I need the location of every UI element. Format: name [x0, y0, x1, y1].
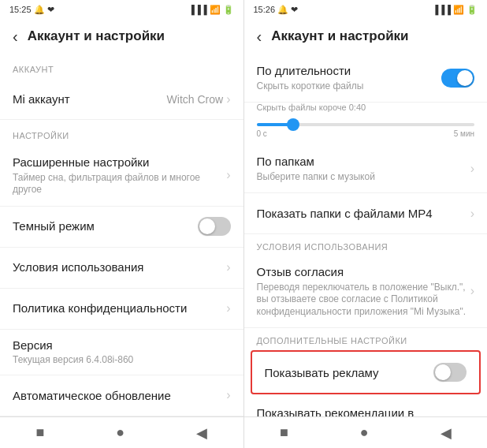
- advanced-settings-title: Расширенные настройки: [13, 155, 226, 170]
- left-bottom-nav: ■ ● ◀: [0, 416, 244, 448]
- right-signal-icon: ▐▐▐: [433, 5, 451, 14]
- show-recommendations-item[interactable]: Показывать рекомендации в интернете во в…: [244, 396, 488, 416]
- auto-update-chevron: ›: [226, 388, 230, 402]
- additional-label: ДОПОЛНИТЕЛЬНЫЕ НАСТРОЙКИ: [244, 328, 488, 349]
- duration-slider-fill: [257, 123, 289, 126]
- feedback-content: Отзыв согласия Переводя переключатель в …: [257, 264, 470, 318]
- terms-title: Условия использования: [13, 259, 226, 275]
- slider-label: Скрыть файлы короче 0:40: [244, 103, 488, 117]
- dark-mode-title: Темный режим: [13, 218, 198, 234]
- by-duration-subtitle: Скрыть короткие файлы: [257, 80, 442, 93]
- right-nav-circle[interactable]: ●: [360, 424, 369, 441]
- left-nav-circle[interactable]: ●: [116, 424, 125, 441]
- left-wifi-icon: 📶: [210, 5, 221, 15]
- mi-account-right: Witch Crow ›: [167, 92, 231, 106]
- left-page-title: Аккаунт и настройки: [28, 28, 165, 44]
- left-content: АККАУНТ Mi аккаунт Witch Crow › НАСТРОЙК…: [0, 54, 244, 416]
- right-page-title: Аккаунт и настройки: [271, 28, 408, 44]
- by-folders-content: По папкам Выберите папки с музыкой: [257, 154, 470, 183]
- show-ads-highlighted: Показывать рекламу: [251, 350, 481, 394]
- right-battery-icon: 🔋: [467, 5, 478, 15]
- by-duration-toggle[interactable]: [441, 69, 474, 88]
- advanced-settings-chevron: ›: [226, 168, 230, 182]
- account-section-label: АККАУНТ: [0, 54, 244, 79]
- feedback-subtitle: Переводя переключатель в положение "Выкл…: [257, 282, 470, 319]
- show-ads-toggle[interactable]: [433, 363, 467, 382]
- left-status-right: ▐▐▐ 📶 🔋: [188, 5, 233, 15]
- right-top-bar: ‹ Аккаунт и настройки: [244, 19, 488, 54]
- by-duration-content: По длительности Скрыть короткие файлы: [257, 63, 442, 92]
- feedback-item[interactable]: Отзыв согласия Переводя переключатель в …: [244, 255, 488, 328]
- mi-account-title: Mi аккаунт: [13, 91, 167, 107]
- left-status-left: 15:25 🔔 ❤: [9, 5, 54, 15]
- left-status-bar: 15:25 🔔 ❤ ▐▐▐ 📶 🔋: [0, 0, 244, 19]
- right-back-button[interactable]: ‹: [257, 28, 262, 46]
- show-mp4-item[interactable]: Показать папки с файлами MP4 ›: [244, 193, 488, 234]
- terms-item[interactable]: Условия использования ›: [0, 248, 244, 289]
- auto-update-item[interactable]: Автоматическое обновление ›: [0, 375, 244, 416]
- version-subtitle: Текущая версия 6.4.08i-860: [13, 354, 231, 367]
- right-nav-square[interactable]: ■: [280, 424, 288, 441]
- left-battery-icon: 🔋: [223, 5, 234, 15]
- right-status-icons: 🔔 ❤: [277, 5, 298, 15]
- show-recommendations-title: Показывать рекомендации в интернете во в…: [257, 405, 442, 416]
- duration-slider-container: 0 с 5 мин: [244, 117, 488, 144]
- by-folders-item[interactable]: По папкам Выберите папки с музыкой ›: [244, 144, 488, 193]
- right-content: По длительности Скрыть короткие файлы Ск…: [244, 54, 488, 416]
- show-ads-title: Показывать рекламу: [265, 365, 434, 381]
- left-nav-triangle[interactable]: ◀: [196, 424, 207, 442]
- slider-max: 5 мин: [454, 129, 474, 138]
- mi-account-user: Witch Crow: [167, 93, 224, 106]
- conditions-label: УСЛОВИЯ ИСПОЛЬЗОВАНИЯ: [244, 234, 488, 255]
- right-wifi-icon: 📶: [453, 5, 464, 15]
- advanced-settings-subtitle: Таймер сна, фильтрация файлов и многое д…: [13, 172, 226, 196]
- version-item: Версия Текущая версия 6.4.08i-860: [0, 330, 244, 375]
- right-status-left: 15:26 🔔 ❤: [254, 5, 299, 15]
- left-signal-icon: ▐▐▐: [188, 5, 206, 14]
- right-time: 15:26: [254, 5, 276, 14]
- right-nav-triangle[interactable]: ◀: [441, 424, 452, 442]
- show-ads-content: Показывать рекламу: [265, 365, 434, 381]
- slider-min: 0 с: [257, 129, 267, 138]
- right-bottom-nav: ■ ● ◀: [244, 416, 488, 448]
- terms-content: Условия использования: [13, 259, 226, 275]
- privacy-chevron: ›: [226, 301, 230, 315]
- show-mp4-title: Показать папки с файлами MP4: [257, 206, 470, 222]
- show-ads-item[interactable]: Показывать рекламу: [252, 352, 480, 393]
- left-back-button[interactable]: ‹: [13, 28, 18, 46]
- terms-chevron: ›: [226, 260, 230, 274]
- privacy-title: Политика конфиденциальности: [13, 301, 226, 316]
- left-top-bar: ‹ Аккаунт и настройки: [0, 19, 244, 54]
- feedback-chevron: ›: [470, 284, 474, 298]
- right-status-bar: 15:26 🔔 ❤ ▐▐▐ 📶 🔋: [244, 0, 488, 19]
- advanced-settings-item[interactable]: Расширенные настройки Таймер сна, фильтр…: [0, 145, 244, 207]
- duration-slider-track[interactable]: [257, 123, 475, 126]
- mi-account-item[interactable]: Mi аккаунт Witch Crow ›: [0, 79, 244, 120]
- mi-account-chevron: ›: [226, 92, 230, 106]
- advanced-settings-content: Расширенные настройки Таймер сна, фильтр…: [13, 155, 226, 196]
- settings-section-label: НАСТРОЙКИ: [0, 120, 244, 145]
- duration-slider-labels: 0 с 5 мин: [257, 129, 475, 138]
- privacy-content: Политика конфиденциальности: [13, 301, 226, 316]
- by-folders-chevron: ›: [470, 162, 474, 176]
- show-mp4-content: Показать папки с файлами MP4: [257, 206, 470, 222]
- by-folders-subtitle: Выберите папки с музыкой: [257, 171, 470, 184]
- by-duration-item[interactable]: По длительности Скрыть короткие файлы: [244, 54, 488, 103]
- feedback-title: Отзыв согласия: [257, 264, 470, 280]
- left-status-icons: 🔔 ❤: [34, 5, 54, 15]
- left-time: 15:25: [9, 5, 32, 14]
- left-nav-square[interactable]: ■: [35, 424, 44, 441]
- show-mp4-chevron: ›: [470, 207, 474, 221]
- privacy-item[interactable]: Политика конфиденциальности ›: [0, 289, 244, 330]
- by-folders-title: По папкам: [257, 154, 470, 170]
- dark-mode-toggle[interactable]: [198, 217, 231, 236]
- right-status-right: ▐▐▐ 📶 🔋: [433, 5, 478, 15]
- auto-update-content: Автоматическое обновление: [13, 388, 226, 404]
- left-panel: 15:25 🔔 ❤ ▐▐▐ 📶 🔋 ‹ Аккаунт и настройки …: [0, 0, 244, 448]
- dark-mode-content: Темный режим: [13, 218, 198, 234]
- show-recommendations-content: Показывать рекомендации в интернете во в…: [257, 405, 442, 416]
- dark-mode-item[interactable]: Темный режим: [0, 207, 244, 248]
- version-label: Версия: [13, 338, 231, 353]
- by-duration-title: По длительности: [257, 63, 442, 79]
- mi-account-content: Mi аккаунт: [13, 91, 167, 107]
